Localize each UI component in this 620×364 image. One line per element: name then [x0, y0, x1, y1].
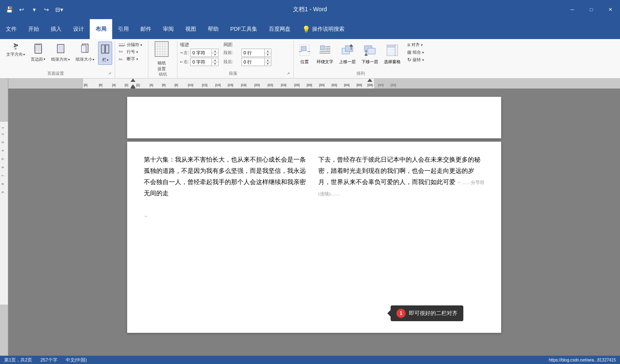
ribbon-tabs: 文件 开始 插入 设计 布局 引用 邮件 审阅 视图 帮助 PDF工具集 百度网…: [0, 19, 620, 39]
lineno-button[interactable]: ≡# 行号 ▾: [118, 49, 143, 55]
spacing-after-input[interactable]: ▲ ▼: [241, 58, 271, 66]
svg-text:6: 6: [1, 166, 5, 168]
papersize-label: 纸张大小 ▾: [76, 57, 94, 62]
svg-rect-5: [36, 46, 41, 52]
tab-layout[interactable]: 布局: [90, 19, 112, 39]
ruler-container: |8| |6| |4| |2| |2| |4| |6| |8| |10| |12…: [0, 79, 620, 89]
page-info: 第1页，共2页: [4, 357, 32, 363]
indent-left-down[interactable]: ▼: [212, 53, 218, 57]
indent-right-up[interactable]: ▲: [212, 58, 218, 62]
minimize-button[interactable]: ─: [563, 0, 582, 19]
margins-icon: [34, 43, 43, 56]
page-2: 第十六集：我从来不害怕长大，也从来不担心成长会是一条孤独的道路，不是因为我有多么…: [127, 142, 501, 333]
textwrap-button[interactable]: 环绕文字: [315, 42, 335, 66]
forward-button[interactable]: 上移一层: [337, 42, 358, 66]
restore-button[interactable]: □: [582, 0, 601, 19]
svg-rect-13: [102, 45, 104, 53]
papersize-button[interactable]: 纸张大小 ▾: [74, 42, 96, 64]
svg-text:|38|: |38|: [367, 83, 373, 87]
tab-references[interactable]: 引用: [112, 19, 135, 39]
spacing-before-input[interactable]: ▲ ▼: [241, 49, 271, 57]
spacing-after-value[interactable]: [243, 58, 263, 66]
save-button[interactable]: 💾: [3, 4, 15, 15]
position-label: 位置: [300, 59, 309, 65]
separator-button[interactable]: ═══ 分隔符 ▾: [118, 42, 143, 48]
breaks-items: ═══ 分隔符 ▾ ≡# 行号 ▾: [118, 42, 143, 62]
spacing-after-up[interactable]: ▲: [264, 58, 271, 62]
indent-right-value[interactable]: [192, 58, 211, 66]
tab-search[interactable]: 💡 操作说明搜索: [296, 19, 350, 39]
orientation-label: 纸张方向 ▾: [51, 57, 70, 62]
svg-text:|40|: |40|: [378, 83, 384, 87]
tab-baiducloud[interactable]: 百度网盘: [263, 19, 296, 39]
arrange-right: ≡ 对齐 ▾ ⊞ 组合 ▾ ↻ 旋转 ▾: [406, 42, 425, 63]
page-container: 第十六集：我从来不害怕长大，也从来不担心成长会是一条孤独的道路，不是因为我有多么…: [8, 89, 620, 356]
tab-pdftoolkit[interactable]: PDF工具集: [224, 19, 263, 39]
indent-title: 缩进: [180, 42, 219, 48]
draft-button[interactable]: 稿纸设置: [151, 42, 172, 71]
spacing-before-value[interactable]: [243, 49, 263, 57]
spacing-before-down[interactable]: ▼: [264, 53, 271, 57]
vertical-ruler-svg: 1 2 3 4 5 6 7 8 9: [0, 89, 8, 338]
paragraph-expand[interactable]: ↗: [286, 71, 291, 76]
backward-button[interactable]: 下移一层: [359, 42, 380, 66]
indent-right-input[interactable]: ▲ ▼: [190, 58, 219, 66]
svg-text:|42|: |42|: [391, 83, 396, 87]
separator-icon: ═══: [119, 42, 125, 47]
undo-button[interactable]: ↩: [16, 4, 27, 15]
papersize-icon: [81, 43, 90, 56]
svg-text:4: 4: [1, 150, 5, 152]
svg-text:|18|: |18|: [241, 83, 246, 87]
hyphen-icon: bc-: [119, 57, 125, 61]
group-button[interactable]: ⊞ 组合 ▾: [406, 49, 425, 56]
tab-home[interactable]: 开始: [22, 19, 45, 39]
svg-marker-32: [182, 52, 183, 54]
indent-right-icon: 右:: [180, 59, 189, 65]
tab-mailings[interactable]: 邮件: [135, 19, 157, 39]
indent-left-value[interactable]: [192, 49, 211, 57]
spacing-after-label: 段后:: [224, 59, 240, 65]
tab-design[interactable]: 设计: [67, 19, 90, 39]
spacing-before-up[interactable]: ▲: [264, 49, 271, 53]
columns-icon: [101, 44, 110, 57]
selectpane-label: 选择窗格: [384, 59, 401, 65]
svg-text:|14|: |14|: [215, 83, 221, 87]
selectpane-button[interactable]: 选择窗格: [382, 42, 403, 66]
document-content[interactable]: 第十六集：我从来不害怕长大，也从来不担心成长会是一条孤独的道路，不是因为我有多么…: [144, 154, 485, 221]
text-direction-button[interactable]: A ≡ 文字方向 ▾: [4, 42, 27, 59]
hyphen-button[interactable]: bc- 断字 ▾: [118, 56, 143, 62]
customize-button[interactable]: ⊟▾: [53, 4, 65, 15]
indent-left-up[interactable]: ▲: [212, 49, 218, 53]
rotate-button[interactable]: ↻ 旋转 ▾: [406, 57, 425, 63]
position-button[interactable]: 位置: [296, 42, 313, 66]
svg-text:7: 7: [1, 175, 5, 177]
close-button[interactable]: ✕: [601, 0, 620, 19]
tab-view[interactable]: 视图: [180, 19, 202, 39]
redo-button[interactable]: ↪: [41, 4, 52, 15]
page-setup-expand[interactable]: ↗: [107, 71, 112, 76]
svg-marker-34: [180, 61, 181, 63]
textwrap-icon: [319, 43, 331, 59]
svg-text:≡#: ≡#: [119, 50, 123, 54]
breaks-content: ═══ 分隔符 ▾ ≡# 行号 ▾: [118, 42, 145, 76]
columns-button[interactable]: 栏 ▾: [98, 42, 112, 65]
svg-text:5: 5: [1, 158, 5, 160]
lineno-icon: ≡#: [119, 49, 125, 54]
tab-review[interactable]: 审阅: [157, 19, 180, 39]
undo-dropdown[interactable]: ▾: [28, 4, 40, 15]
svg-text:═══: ═══: [119, 45, 125, 47]
indent-left-input[interactable]: ▲ ▼: [190, 49, 219, 57]
svg-text:|32|: |32|: [332, 83, 337, 87]
status-bar: 第1页，共2页 257个字 中文(中国) https://blog.csdn.n…: [0, 356, 620, 364]
indent-right-down[interactable]: ▼: [212, 62, 218, 66]
spacing-after-down[interactable]: ▼: [264, 62, 271, 66]
align-button[interactable]: ≡ 对齐 ▾: [406, 42, 425, 48]
draft-content: 稿纸设置: [151, 42, 175, 71]
tab-help[interactable]: 帮助: [202, 19, 224, 39]
draft-icon: [154, 41, 169, 59]
vertical-ruler: 1 2 3 4 5 6 7 8 9: [0, 89, 8, 356]
margins-button[interactable]: 页边距 ▾: [29, 42, 47, 64]
tab-file[interactable]: 文件: [0, 19, 22, 39]
orientation-button[interactable]: 纸张方向 ▾: [49, 42, 72, 64]
tab-insert[interactable]: 插入: [45, 19, 67, 39]
